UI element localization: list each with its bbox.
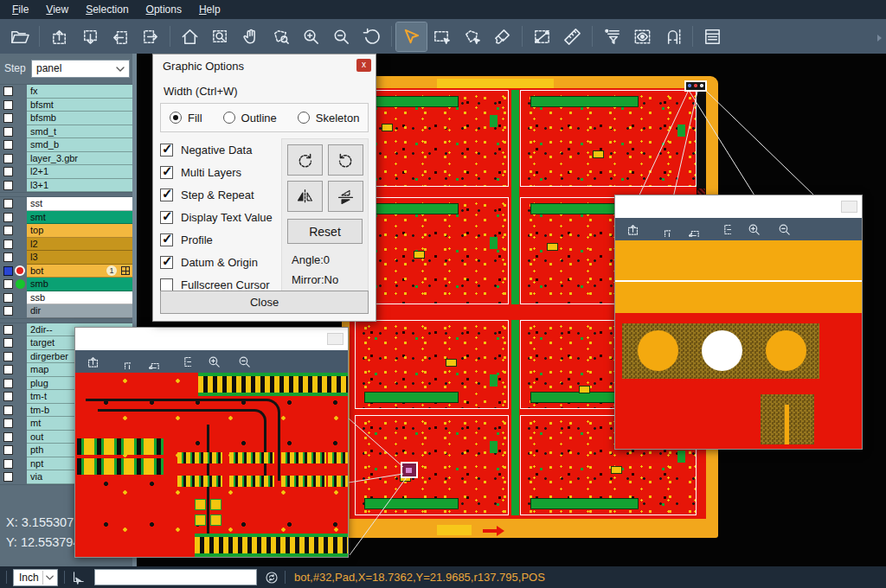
polygon-select-button[interactable] [457, 22, 487, 51]
mirror-horizontal-button[interactable] [287, 181, 323, 212]
magnifier-1-title-bar[interactable] [75, 328, 348, 350]
menu-view[interactable]: View [37, 1, 77, 18]
layer-row-smd_b[interactable]: smd_b [0, 138, 132, 152]
corner-measure-icon[interactable] [71, 570, 86, 585]
layer-visibility-checkbox[interactable] [3, 279, 13, 289]
panel-down-icon[interactable] [656, 222, 671, 237]
layer-visibility-checkbox[interactable] [3, 181, 13, 190]
layer-visibility-checkbox[interactable] [3, 432, 13, 442]
layer-name[interactable]: l3 [27, 251, 132, 265]
panel-left-icon[interactable] [686, 222, 701, 237]
dialog-checkbox-profile[interactable]: Profile [160, 228, 281, 251]
layer-row-fx[interactable]: fx [0, 85, 132, 99]
layer-visibility-checkbox[interactable] [3, 293, 13, 303]
layer-row-bfsmb[interactable]: bfsmb [0, 112, 132, 125]
home-view-button[interactable] [175, 22, 205, 51]
magnifier-1-view[interactable] [75, 373, 348, 557]
dialog-checkbox-multi-layers[interactable]: Multi Layers [160, 161, 281, 183]
layer-name[interactable]: layer_3.gbr [27, 152, 132, 166]
layer-visibility-checkbox[interactable] [3, 252, 13, 262]
layer-row-bot[interactable]: bot1 [0, 265, 132, 278]
layer-visibility-checkbox[interactable] [3, 352, 13, 361]
layer-visibility-checkbox[interactable] [3, 472, 13, 482]
magnifier-2-window-button[interactable] [841, 201, 857, 213]
layer-visibility-checkbox[interactable] [3, 127, 13, 137]
rotate-ccw-button[interactable] [328, 144, 363, 176]
layer-row-smt[interactable]: smt [0, 211, 132, 225]
layer-visibility-checkbox[interactable] [3, 154, 13, 163]
refresh-icon[interactable] [265, 571, 279, 585]
magnifier-2-title-bar[interactable] [615, 195, 862, 218]
move-panel-up-button[interactable] [44, 22, 74, 51]
layer-name[interactable]: l2 [27, 238, 132, 252]
unit-select[interactable]: Inch [13, 569, 58, 586]
ruler-button[interactable] [557, 22, 587, 51]
move-panel-down-button[interactable] [74, 22, 105, 51]
select-cursor-button[interactable] [396, 22, 427, 51]
open-file-button[interactable] [4, 22, 35, 51]
layer-visibility-checkbox[interactable] [3, 406, 13, 415]
pan-button[interactable] [235, 22, 266, 51]
layer-name[interactable]: dir [27, 304, 132, 318]
layer-visibility-checkbox[interactable] [3, 100, 13, 110]
reset-button[interactable]: Reset [287, 219, 363, 244]
layer-name[interactable]: top [27, 224, 132, 238]
panel-up-icon[interactable] [626, 222, 640, 237]
layer-visibility-checkbox[interactable] [3, 306, 13, 316]
panel-up-icon[interactable] [86, 355, 100, 369]
mirror-vertical-button[interactable] [328, 181, 363, 212]
layer-name[interactable]: smd_b [27, 138, 132, 152]
move-panel-right-button[interactable] [135, 22, 165, 51]
magnifier-2-view[interactable] [615, 240, 862, 449]
trace-snap-button[interactable] [658, 22, 688, 51]
layer-name[interactable]: bfsmt [27, 99, 132, 112]
rotate-cw-button[interactable] [287, 144, 323, 176]
zoom-previous-button[interactable] [356, 22, 387, 51]
dialog-checkbox-negative-data[interactable]: Negative Data [160, 138, 281, 161]
layer-name[interactable]: sst [27, 197, 132, 211]
dialog-checkbox-step-repeat[interactable]: Step & Repeat [160, 183, 281, 206]
report-button[interactable] [697, 22, 728, 51]
toolbar-overflow-icon[interactable] [877, 35, 882, 42]
panel-down-icon[interactable] [116, 355, 131, 369]
close-button[interactable]: Close [160, 291, 369, 314]
layer-visibility-checkbox[interactable] [3, 379, 13, 388]
layer-visibility-checkbox[interactable] [3, 113, 13, 123]
command-input[interactable] [94, 569, 257, 585]
layer-visibility-checkbox[interactable] [3, 459, 13, 469]
layer-row-smd_t[interactable]: smd_t [0, 125, 132, 139]
brush-edit-button[interactable] [487, 22, 517, 51]
layer-row-bfsmt[interactable]: bfsmt [0, 99, 132, 112]
layer-visibility-checkbox[interactable] [3, 392, 13, 401]
dialog-title-bar[interactable]: Graphic Options x [153, 54, 376, 78]
panel-right-icon[interactable] [716, 222, 731, 237]
layer-name[interactable]: l2+1 [27, 165, 132, 179]
panel-right-icon[interactable] [177, 355, 191, 369]
zoom-in-icon[interactable] [747, 222, 761, 237]
step-select[interactable]: panel [31, 60, 130, 78]
panel-left-icon[interactable] [146, 355, 161, 369]
layer-name[interactable]: ssb [27, 291, 132, 305]
dialog-close-button[interactable]: x [356, 59, 371, 72]
layer-visibility-checkbox[interactable] [3, 240, 13, 249]
layer-name[interactable]: bfsmb [27, 112, 132, 125]
layer-visibility-checkbox[interactable] [3, 86, 13, 96]
zoom-out-icon[interactable] [237, 355, 252, 369]
layer-visibility-checkbox[interactable] [3, 445, 13, 455]
view-options-button[interactable] [627, 22, 658, 51]
measure-box-button[interactable] [527, 22, 557, 51]
menu-options[interactable]: Options [138, 1, 190, 18]
layer-name[interactable]: smt [27, 211, 132, 225]
layer-row-layer_3.gbr[interactable]: layer_3.gbr [0, 152, 132, 166]
layer-name[interactable]: fx [27, 85, 132, 99]
layer-name[interactable]: l3+1 [27, 179, 132, 193]
layer-visibility-checkbox[interactable] [3, 365, 13, 374]
layer-row-l2+1[interactable]: l2+1 [0, 165, 132, 179]
zoom-out-button[interactable] [326, 22, 356, 51]
zoom-polygon-button[interactable] [266, 22, 296, 51]
layer-row-smb[interactable]: smb [0, 278, 132, 291]
layer-visibility-checkbox[interactable] [3, 213, 13, 222]
layer-name[interactable]: bot1 [27, 265, 132, 278]
layer-row-l3+1[interactable]: l3+1 [0, 179, 132, 193]
layer-row-ssb[interactable]: ssb [0, 291, 132, 305]
